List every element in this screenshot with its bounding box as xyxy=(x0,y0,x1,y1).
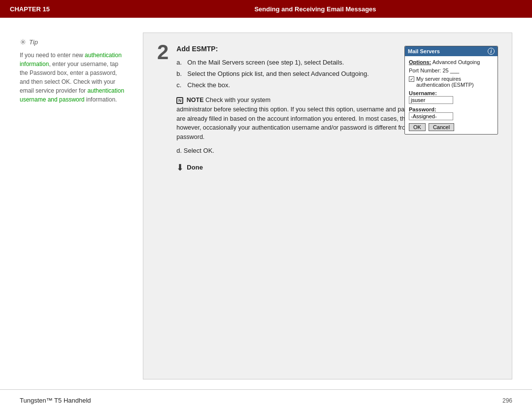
footer-page-number: 296 xyxy=(502,397,512,404)
dialog-password-label: Password: xyxy=(409,106,494,112)
step-d: d. Select OK. xyxy=(176,147,498,154)
dialog-options-row: Options: Advanced Outgoing xyxy=(409,59,494,65)
done-block: ⬇ Done xyxy=(176,162,498,173)
step-label-b: b. xyxy=(176,70,184,77)
mail-servers-dialog: Mail Servers i Options: Advanced Outgoin… xyxy=(404,46,498,135)
done-label: Done xyxy=(187,164,203,171)
dialog-checkbox-row: ✓ My server requires authentication (ESM… xyxy=(409,76,494,88)
dialog-title: Mail Servers xyxy=(408,48,440,54)
note-icon: N xyxy=(176,97,183,104)
chapter-label: CHAPTER 15 xyxy=(10,5,108,13)
dialog-checkbox-label: My server requires authentication (ESMTP… xyxy=(416,76,494,88)
step-label-a: a. xyxy=(176,59,184,66)
step-text-a: On the Mail Servers screen (see step 1),… xyxy=(187,59,344,66)
page-header: CHAPTER 15 Sending and Receiving Email M… xyxy=(0,0,532,18)
tip-header: ✳ Tip xyxy=(20,37,128,47)
tip-label: Tip xyxy=(29,38,38,46)
content-panel: Mail Servers i Options: Advanced Outgoin… xyxy=(143,33,512,379)
dialog-username-label: Username: xyxy=(409,90,494,96)
chapter-title: Sending and Receiving Email Messages xyxy=(108,5,522,13)
footer-brand: Tungsten™ T5 Handheld xyxy=(20,397,91,404)
dialog-port-row: Port Number: 25 ___ xyxy=(409,68,494,73)
tip-line-1: If you need to enter new xyxy=(20,52,85,59)
step-text-b: Select the Options pick list, and then s… xyxy=(187,70,369,77)
step-label-c: c. xyxy=(176,81,184,89)
tip-star-icon: ✳ xyxy=(20,37,26,47)
tip-line-4: information. xyxy=(84,96,117,103)
step-number: 2 xyxy=(157,42,168,63)
dialog-password-row: Password: xyxy=(409,106,494,120)
dialog-options-value: Advanced Outgoing xyxy=(432,59,480,65)
note-intro: Check with your system xyxy=(205,97,270,103)
dialog-port-value: 25 xyxy=(442,68,448,73)
brand-text: Tungsten™ T5 Handheld xyxy=(20,397,91,404)
page-footer: Tungsten™ T5 Handheld 296 xyxy=(0,389,532,411)
dialog-buttons: OK Cancel xyxy=(409,123,494,131)
dialog-info-icon: i xyxy=(488,48,495,55)
dialog-port-dash: ___ xyxy=(450,68,459,73)
checkbox-icon[interactable]: ✓ xyxy=(409,76,414,82)
step-text-c: Check the box. xyxy=(187,81,230,89)
dialog-username-input[interactable] xyxy=(409,96,453,104)
dialog-titlebar: Mail Servers i xyxy=(405,46,498,56)
dialog-username-row: Username: xyxy=(409,90,494,104)
dialog-port-label: Port Number: xyxy=(409,68,441,73)
dialog-ok-button[interactable]: OK xyxy=(409,123,426,131)
main-content: ✳ Tip If you need to enter new authentic… xyxy=(0,18,532,389)
note-label: NOTE xyxy=(187,97,204,103)
tip-text: If you need to enter new authentication … xyxy=(20,51,128,104)
dialog-options-label: Options: xyxy=(409,59,431,65)
dialog-cancel-button[interactable]: Cancel xyxy=(429,123,454,131)
dialog-body: Options: Advanced Outgoing Port Number: … xyxy=(405,56,498,134)
done-arrow-icon: ⬇ xyxy=(176,162,184,173)
dialog-password-input[interactable] xyxy=(409,112,453,120)
tip-panel: ✳ Tip If you need to enter new authentic… xyxy=(20,33,128,379)
